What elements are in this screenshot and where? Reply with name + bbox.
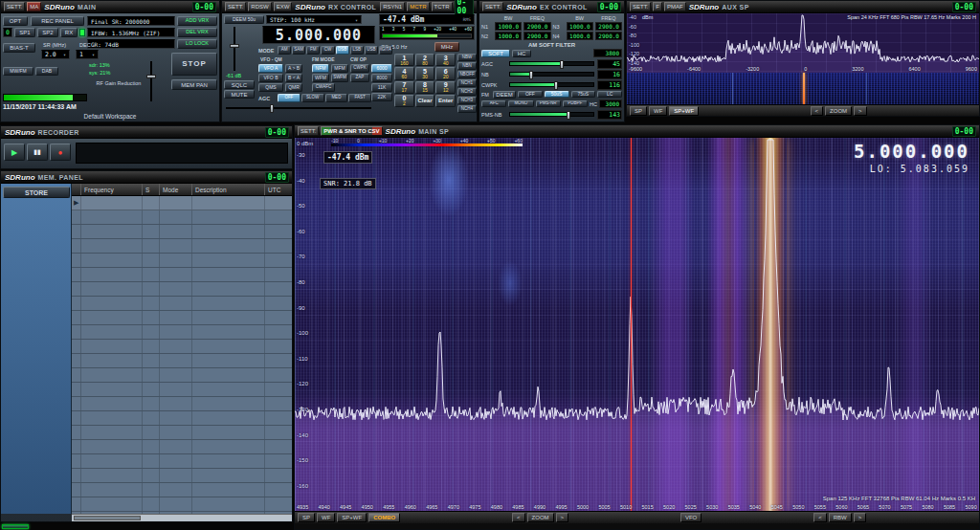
mem-table-row[interactable]: [72, 254, 292, 268]
mem-table-row[interactable]: [72, 397, 292, 411]
mem-table-row[interactable]: [72, 325, 292, 340]
notch-bw-value[interactable]: 1000.0: [567, 22, 593, 31]
mwfm-button[interactable]: MW/FM: [3, 67, 33, 76]
mem-table-row[interactable]: [72, 340, 292, 354]
msp-view-wf[interactable]: WF: [317, 513, 335, 522]
slider-track[interactable]: [509, 82, 594, 87]
mhz-button[interactable]: MHz: [434, 42, 459, 52]
mode-button-fm[interactable]: FM: [306, 46, 320, 55]
slider-track[interactable]: [509, 61, 594, 66]
mode-button-digital[interactable]: DIGITAL: [379, 46, 392, 55]
rx-button[interactable]: RX: [60, 28, 78, 37]
mem-table-row[interactable]: ▶: [72, 196, 292, 210]
msp-view-sp[interactable]: SP: [298, 513, 315, 522]
keypad-5-button[interactable]: 530: [415, 67, 435, 79]
slider-thumb[interactable]: [567, 111, 570, 120]
mode-button-sam[interactable]: SAM: [292, 46, 305, 55]
mem-table-row[interactable]: [72, 483, 292, 497]
mem-table-row[interactable]: [72, 454, 292, 469]
keypad-7-button[interactable]: 717: [394, 81, 414, 94]
agc-off-button[interactable]: OFF: [278, 94, 301, 102]
notch-bw-value[interactable]: 1000.0: [567, 32, 593, 40]
swfm-button[interactable]: SWFM: [331, 74, 348, 82]
rbw-down-button[interactable]: <: [813, 513, 827, 522]
recorder-window-controls[interactable]: 0-00: [265, 127, 289, 138]
keypad-clear-button[interactable]: Clear: [415, 95, 435, 107]
mode-button-lsb[interactable]: LSB: [350, 46, 364, 55]
notch-freq-value[interactable]: 2900.0: [523, 32, 550, 40]
mode-button-dsb[interactable]: DSB: [336, 46, 349, 55]
vfo-button[interactable]: VFO: [680, 513, 702, 522]
wfm-button[interactable]: WFM: [312, 74, 329, 82]
cwpk-button[interactable]: CWPK: [350, 64, 369, 73]
agc-fast-button[interactable]: FAST: [348, 94, 371, 102]
volume-thumb[interactable]: [270, 104, 274, 113]
mem-table-row[interactable]: [72, 311, 292, 325]
mem-window-controls[interactable]: 0-00: [265, 172, 289, 183]
button-nbw[interactable]: NBW: [457, 54, 477, 61]
filter-button-22k[interactable]: 22K: [371, 93, 392, 101]
squelch-thumb[interactable]: [230, 44, 239, 48]
rf-gain-slider[interactable]: [146, 61, 156, 101]
tctr-button[interactable]: TCTR: [432, 2, 453, 11]
step-dropdown[interactable]: STEP: 100 kHz▾: [266, 15, 362, 24]
mem-hscroll-thumb[interactable]: [74, 516, 141, 520]
mem-pan-button[interactable]: MEM PAN: [171, 79, 217, 90]
rx-sett-button[interactable]: SETT.: [225, 2, 246, 11]
aux-view-sp[interactable]: SP: [630, 106, 647, 116]
notch-freq-value[interactable]: 2900.0: [595, 22, 622, 31]
mem-table-row[interactable]: [72, 297, 292, 311]
b-to-a-button[interactable]: B < A: [285, 74, 302, 82]
main-spectrum-display[interactable]: -100+10+20+30+40+50+60 -47.4 dBm SNR: 21…: [295, 138, 979, 511]
deem-button[interactable]: DEEM 50u: [224, 15, 264, 24]
mctr-button[interactable]: MCTR: [407, 2, 429, 11]
main-sett-button[interactable]: SETT.: [4, 2, 25, 11]
mainsp-window-controls[interactable]: 0-00: [952, 126, 976, 137]
mem-table-row[interactable]: [72, 225, 292, 239]
aux-window-controls[interactable]: 0-00: [952, 2, 976, 12]
aux-zoom-out-button[interactable]: <: [811, 106, 824, 116]
mem-table-row[interactable]: [72, 354, 292, 368]
keypad-1-button[interactable]: 1160: [394, 54, 414, 66]
keypad-2-button[interactable]: 280: [415, 54, 435, 66]
main-window-controls[interactable]: 0-00: [192, 2, 216, 12]
mem-table-row[interactable]: [72, 210, 292, 225]
rf-gain-thumb[interactable]: [146, 75, 156, 78]
mem-table-row[interactable]: [72, 268, 292, 282]
pause-button[interactable]: ▮▮: [27, 144, 48, 161]
aux-zoom-in-button[interactable]: >: [854, 106, 867, 116]
mfm-button[interactable]: MFM: [331, 64, 348, 73]
button-nboff[interactable]: NBOFF: [457, 71, 477, 78]
button-nch2[interactable]: NCH2: [457, 88, 477, 96]
mem-hscrollbar[interactable]: [72, 514, 292, 521]
bias-t-button[interactable]: BIAS-T: [3, 43, 35, 53]
vfo-cursor-line[interactable]: [631, 138, 632, 511]
keypad-3-button[interactable]: 340: [435, 54, 456, 66]
mem-table-row[interactable]: [72, 497, 292, 512]
aux-view-wf[interactable]: WF: [649, 106, 667, 116]
add-vrx-button[interactable]: ADD VRX: [177, 16, 217, 26]
keypad-9-button[interactable]: 912: [435, 81, 456, 94]
notch-bw-value[interactable]: 1000.0: [495, 22, 522, 31]
button-nch1[interactable]: NCH1: [457, 79, 477, 87]
slider-thumb[interactable]: [554, 81, 558, 90]
mem-table-row[interactable]: [72, 426, 292, 440]
deem-lc-button[interactable]: LC: [597, 91, 622, 98]
mem-table-row[interactable]: [72, 411, 292, 426]
notch-freq-value[interactable]: 2900.0: [595, 32, 622, 40]
mode-button-usb[interactable]: USB: [365, 46, 378, 55]
mode-button-am[interactable]: AM: [278, 46, 291, 55]
agc-med-button[interactable]: MED: [325, 94, 348, 102]
msp-view-sp-wf[interactable]: SP+WF: [337, 513, 367, 522]
record-button[interactable]: ●: [50, 144, 71, 161]
volume-slider[interactable]: [226, 104, 371, 113]
mem-table-row[interactable]: [72, 282, 292, 297]
mem-table-row[interactable]: [72, 368, 292, 383]
button-mono[interactable]: MONO: [508, 100, 533, 107]
keypad-enter-button[interactable]: Enter: [435, 95, 456, 107]
play-button[interactable]: ▶: [4, 144, 25, 161]
vfo-a-button[interactable]: VFO A: [258, 64, 283, 73]
agc-slow-button[interactable]: SLOW: [301, 94, 324, 102]
mainsp-sett-button[interactable]: SETT.: [298, 126, 319, 136]
zoom-out-button[interactable]: <: [512, 513, 525, 522]
